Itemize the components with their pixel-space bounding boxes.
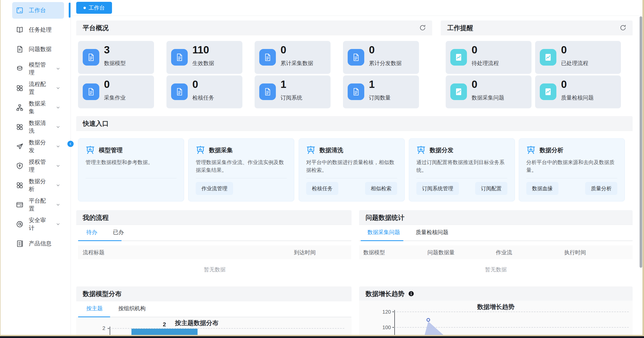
sidebar-nav: 工作台 任务处理 问题数据 模型管理 流程配置 [1, 2, 71, 252]
sidebar-item-label: 数据采集 [29, 100, 51, 115]
quick-card-data-cleaning[interactable]: 数据清洗 对平台中的数据进行质量检核，相似数据检索。 检核任务 相似检索 [299, 138, 405, 201]
sidebar-item-model-management[interactable]: 模型管理 [12, 60, 64, 77]
quick-card-actions: 数据血缘 质量分析 [526, 182, 617, 195]
reminder-card-collection-issues[interactable]: 0 数据采集问题 [446, 75, 531, 108]
tab-by-subject[interactable]: 按主题 [86, 301, 103, 316]
quick-card-title: 模型管理 [99, 146, 123, 154]
presentation-board-icon [526, 145, 536, 155]
quick-card-description: 通过订阅配置将数据推送到目标业务系统。 [416, 158, 507, 174]
bar-segment[interactable] [131, 329, 198, 335]
column-header: 数据模型 [359, 249, 428, 256]
panel-title: 数据增长趋势 [366, 290, 404, 298]
quality-analysis-button[interactable]: 质量分析 [585, 182, 617, 195]
chevron-left-icon [69, 142, 72, 146]
sidebar-item-issue-data[interactable]: 问题数据 [12, 41, 64, 58]
quick-card-actions: 订阅系统管理 订阅配置 [416, 182, 507, 195]
stat-card-subscribe-count[interactable]: 1 订阅数量 [343, 75, 419, 108]
check-task-button[interactable]: 检核任务 [306, 182, 338, 195]
subject-distribution-bar-chart: 按主题数据分布 2 2 [76, 317, 352, 335]
sidebar-item-task-processing[interactable]: 任务处理 [12, 22, 64, 38]
stat-card-effective-data[interactable]: 110 生效数据 [166, 41, 242, 74]
document-icon [171, 83, 188, 100]
reminder-card-pending-flows[interactable]: 0 待处理流程 [446, 41, 531, 74]
column-header: 到达时间 [294, 249, 351, 256]
sidebar-item-security-audit[interactable]: 安全审计 [12, 216, 64, 233]
sidebar-item-data-cleaning[interactable]: 数据清洗 [12, 119, 64, 135]
chart-title: 按主题数据分布 [76, 319, 317, 327]
tab-by-organization[interactable]: 按组织机构 [118, 301, 145, 316]
quick-card-data-analysis[interactable]: 数据分析 分析平台中的数据来源和去向及数据质量。 数据血缘 质量分析 [519, 138, 625, 201]
sidebar-item-label: 数据分析 [29, 178, 51, 193]
quick-card-description: 管理数据采集作业流、作业流实例及数据采集结果。 [196, 158, 287, 174]
refresh-icon[interactable] [620, 24, 626, 31]
stat-label: 累计采集数据 [281, 60, 313, 67]
stat-card-check-tasks[interactable]: 0 检核任务 [166, 75, 242, 108]
quick-card-data-distribution[interactable]: 数据分发 通过订阅配置将数据推送到目标业务系统。 订阅系统管理 订阅配置 [409, 138, 515, 201]
tab-quality-issues[interactable]: 质量检核问题 [416, 224, 448, 240]
stat-card-collected-data[interactable]: 0 累计采集数据 [255, 41, 331, 74]
stat-card-distributed-data[interactable]: 0 累计分发数据 [343, 41, 419, 74]
model-distribution-tabs: 按主题 按组织机构 [78, 301, 351, 317]
tab-todo[interactable]: 待办 [86, 224, 97, 240]
stat-value: 0 [104, 79, 110, 90]
issue-document-icon [16, 45, 24, 53]
chevron-down-icon [56, 105, 60, 110]
sidebar-item-platform-config[interactable]: 平台配置 [12, 196, 64, 213]
stat-value: 0 [561, 79, 567, 90]
at-shield-icon [16, 220, 24, 228]
subscribe-config-button[interactable]: 订阅配置 [475, 182, 507, 195]
stat-card-data-models[interactable]: 3 数据模型 [78, 41, 154, 74]
sidebar-item-label: 任务处理 [29, 26, 52, 34]
sidebar-item-data-collection[interactable]: 数据采集 [12, 99, 64, 116]
sidebar-item-data-analysis[interactable]: 数据分析 [12, 177, 64, 194]
my-process-panel-header: 我的流程 [76, 210, 352, 225]
trend-chart-icon [450, 49, 467, 66]
quick-card-data-collection[interactable]: 数据采集 管理数据采集作业流、作业流实例及数据采集结果。 作业流管理 [188, 138, 294, 201]
sidebar-item-label: 数据清洗 [29, 119, 51, 135]
info-icon[interactable] [408, 291, 414, 297]
sidebar-collapse-button[interactable] [67, 141, 74, 147]
panel-title: 数据模型分布 [83, 290, 122, 298]
sidebar-item-authorization[interactable]: 授权管理 [12, 158, 64, 174]
sidebar-item-workbench[interactable]: 工作台 [12, 2, 64, 19]
issue-stats-table-header: 数据模型 问题数据量 作业流 执行时间 [359, 245, 633, 259]
column-header: 执行时间 [564, 249, 633, 256]
stat-card-collection-jobs[interactable]: 0 采集作业 [78, 75, 154, 108]
data-point-marker[interactable] [426, 318, 430, 322]
tab-collection-issues[interactable]: 数据采集问题 [367, 224, 400, 240]
document-icon [259, 49, 276, 66]
quick-card-title: 数据采集 [209, 146, 233, 154]
subscribe-system-management-button[interactable]: 订阅系统管理 [416, 182, 459, 195]
bar-value-label: 2 [154, 321, 175, 328]
vertical-scrollbar[interactable] [640, 16, 642, 268]
refresh-icon[interactable] [419, 24, 426, 31]
tab-workbench[interactable]: 工作台 [76, 2, 112, 14]
chevron-down-icon [56, 144, 60, 149]
active-tab-underline [361, 240, 403, 241]
chevron-down-icon [56, 183, 60, 188]
stat-label: 已处理流程 [561, 60, 588, 67]
y-axis-tick [108, 328, 110, 329]
area-series [359, 301, 633, 335]
data-lineage-button[interactable]: 数据血缘 [526, 182, 558, 195]
document-icon [83, 49, 99, 66]
taskbar-edge [0, 336, 644, 338]
stat-label: 采集作业 [104, 94, 126, 101]
stat-card-subscribe-systems[interactable]: 1 订阅系统 [255, 75, 331, 108]
panel-title: 工作提醒 [447, 24, 473, 32]
reminder-card-handled-flows[interactable]: 0 已处理流程 [535, 41, 621, 74]
workflow-management-button[interactable]: 作业流管理 [196, 182, 233, 195]
sidebar-item-process-config[interactable]: 流程配置 [12, 80, 64, 96]
reminder-card-quality-issues[interactable]: 0 质量检核问题 [535, 75, 621, 108]
tab-done[interactable]: 已办 [113, 224, 124, 240]
panel-title: 问题数据统计 [366, 213, 404, 222]
quick-card-model-management[interactable]: 模型管理 管理主数据模型和参考数据。 [78, 138, 184, 201]
org-tree-icon [16, 104, 24, 111]
panel-title: 快速入口 [83, 119, 109, 128]
active-tab-underline [78, 240, 122, 241]
stat-label: 数据采集问题 [472, 94, 504, 101]
similarity-search-button[interactable]: 相似检索 [365, 182, 397, 195]
sidebar-item-data-distribution[interactable]: 数据分发 [12, 138, 64, 155]
sidebar-item-product-info[interactable]: 产品信息 [12, 235, 64, 252]
divider [306, 178, 397, 178]
